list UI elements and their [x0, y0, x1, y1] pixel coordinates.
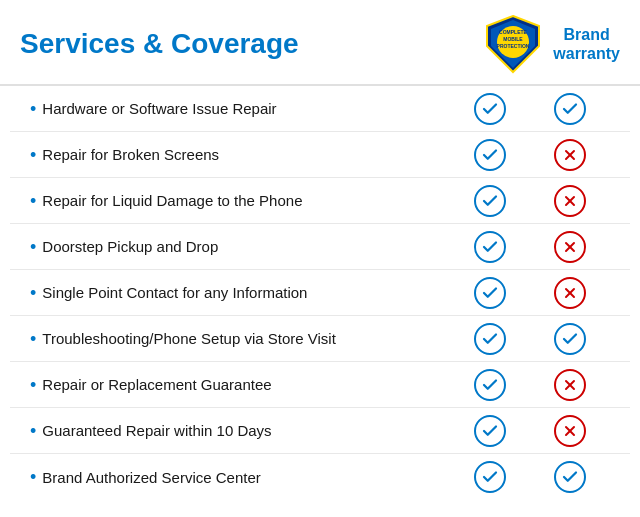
cmp-check-col	[450, 231, 530, 263]
service-text: •Single Point Contact for any Informatio…	[30, 284, 450, 302]
table-row: •Repair for Liquid Damage to the Phone	[10, 178, 630, 224]
bullet-icon: •	[30, 192, 36, 210]
brand-check-col	[530, 369, 610, 401]
check-icon	[474, 185, 506, 217]
table-row: •Repair or Replacement Guarantee	[10, 362, 630, 408]
cross-icon	[554, 231, 586, 263]
bullet-icon: •	[30, 100, 36, 118]
service-label: Single Point Contact for any Information	[42, 284, 307, 301]
service-text: •Doorstep Pickup and Drop	[30, 238, 450, 256]
table-row: •Hardware or Software Issue Repair	[10, 86, 630, 132]
logo-badge: COMPLETE MOBILE PROTECTION ✓	[483, 14, 543, 74]
table-row: •Doorstep Pickup and Drop	[10, 224, 630, 270]
bullet-icon: •	[30, 330, 36, 348]
bullet-icon: •	[30, 284, 36, 302]
bullet-icon: •	[30, 422, 36, 440]
service-label: Doorstep Pickup and Drop	[42, 238, 218, 255]
cmp-check-col	[450, 277, 530, 309]
svg-text:✓: ✓	[510, 51, 517, 60]
brand-check-col	[530, 139, 610, 171]
check-icon	[474, 369, 506, 401]
cmp-check-col	[450, 323, 530, 355]
check-icon	[474, 277, 506, 309]
check-icon	[474, 231, 506, 263]
brand-check-col	[530, 277, 610, 309]
cmp-check-col	[450, 369, 530, 401]
cmp-check-col	[450, 185, 530, 217]
service-label: Repair for Broken Screens	[42, 146, 219, 163]
svg-text:MOBILE: MOBILE	[504, 36, 524, 42]
page-title: Services & Coverage	[20, 28, 299, 60]
table-row: •Repair for Broken Screens	[10, 132, 630, 178]
header: Services & Coverage COMPLETE MOBILE PROT…	[0, 0, 640, 86]
check-icon	[474, 461, 506, 493]
service-label: Troubleshooting/Phone Setup via Store Vi…	[42, 330, 336, 347]
bullet-icon: •	[30, 238, 36, 256]
brand-check-col	[530, 415, 610, 447]
main-container: Services & Coverage COMPLETE MOBILE PROT…	[0, 0, 640, 500]
bullet-icon: •	[30, 376, 36, 394]
service-label: Hardware or Software Issue Repair	[42, 100, 276, 117]
table-row: •Brand Authorized Service Center	[10, 454, 630, 500]
brand-check-col	[530, 461, 610, 493]
brand-check-col	[530, 323, 610, 355]
check-icon	[554, 461, 586, 493]
cross-icon	[554, 185, 586, 217]
check-icon	[554, 93, 586, 125]
check-icon	[554, 323, 586, 355]
svg-text:PROTECTION: PROTECTION	[497, 43, 530, 49]
service-label: Brand Authorized Service Center	[42, 469, 260, 486]
cmp-check-col	[450, 93, 530, 125]
service-text: •Troubleshooting/Phone Setup via Store V…	[30, 330, 450, 348]
logo-svg: COMPLETE MOBILE PROTECTION ✓	[483, 14, 543, 74]
check-icon	[474, 415, 506, 447]
check-icon	[474, 139, 506, 171]
brand-label: Brand warranty	[553, 25, 620, 63]
header-right: COMPLETE MOBILE PROTECTION ✓ Brand warra…	[483, 14, 620, 74]
cross-icon	[554, 139, 586, 171]
service-text: •Brand Authorized Service Center	[30, 468, 450, 486]
table-row: •Troubleshooting/Phone Setup via Store V…	[10, 316, 630, 362]
service-label: Guaranteed Repair within 10 Days	[42, 422, 271, 439]
check-icon	[474, 323, 506, 355]
cmp-check-col	[450, 461, 530, 493]
cross-icon	[554, 369, 586, 401]
brand-check-col	[530, 185, 610, 217]
bullet-icon: •	[30, 146, 36, 164]
service-text: •Repair for Broken Screens	[30, 146, 450, 164]
services-table: •Hardware or Software Issue Repair•Repai…	[0, 86, 640, 500]
service-text: •Hardware or Software Issue Repair	[30, 100, 450, 118]
svg-text:COMPLETE: COMPLETE	[499, 29, 527, 35]
table-row: •Single Point Contact for any Informatio…	[10, 270, 630, 316]
service-label: Repair or Replacement Guarantee	[42, 376, 271, 393]
service-text: •Repair or Replacement Guarantee	[30, 376, 450, 394]
service-text: •Guaranteed Repair within 10 Days	[30, 422, 450, 440]
service-label: Repair for Liquid Damage to the Phone	[42, 192, 302, 209]
brand-check-col	[530, 231, 610, 263]
check-icon	[474, 93, 506, 125]
cmp-check-col	[450, 415, 530, 447]
cross-icon	[554, 277, 586, 309]
table-row: •Guaranteed Repair within 10 Days	[10, 408, 630, 454]
brand-check-col	[530, 93, 610, 125]
bullet-icon: •	[30, 468, 36, 486]
cross-icon	[554, 415, 586, 447]
cmp-check-col	[450, 139, 530, 171]
service-text: •Repair for Liquid Damage to the Phone	[30, 192, 450, 210]
